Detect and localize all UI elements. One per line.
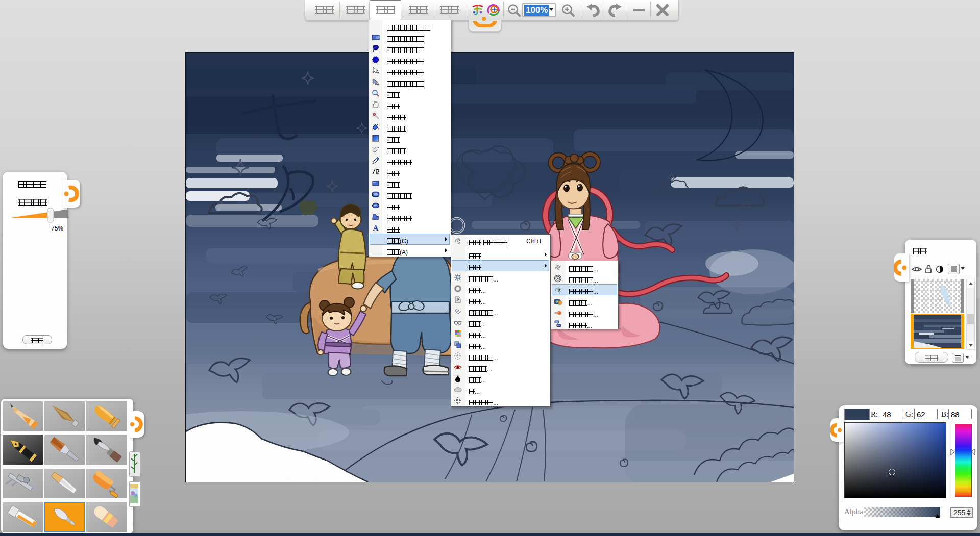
svg-text:A: A: [373, 224, 379, 232]
